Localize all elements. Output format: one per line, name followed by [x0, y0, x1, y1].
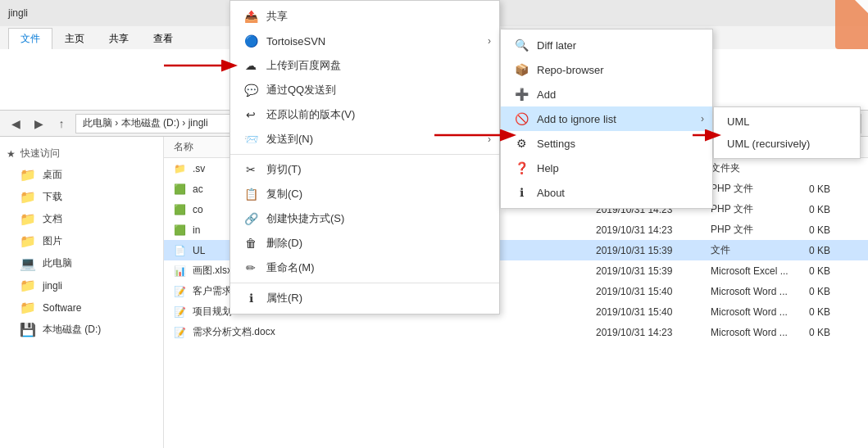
- sidebar-item-software[interactable]: 📁 Software: [0, 296, 163, 319]
- add-icon: ➕: [514, 87, 529, 102]
- menu-separator: [230, 154, 499, 155]
- menu-item-add-to-ignore[interactable]: 🚫 Add to ignore list ›: [501, 106, 712, 131]
- help-icon: ❓: [514, 161, 529, 175]
- folder-icon: 📁: [20, 300, 36, 315]
- menu-item-uml-recursively[interactable]: UML (recursively): [714, 133, 860, 155]
- menu-separator: [230, 283, 499, 283]
- file-name: 📝需求分析文档.docx: [174, 325, 596, 339]
- forward-button[interactable]: ▶: [30, 115, 48, 133]
- menu-item-settings[interactable]: ⚙ Settings: [501, 131, 712, 156]
- context-menu-main: 📤 共享 🔵 TortoiseSVN › ☁ 上传到百度网盘 💬 通过QQ发送到…: [229, 0, 500, 315]
- sidebar-item-jingli[interactable]: 📁 jingli: [0, 274, 163, 296]
- tab-file[interactable]: 文件: [8, 28, 52, 49]
- back-button[interactable]: ◀: [7, 115, 25, 133]
- shortcut-icon: 🔗: [243, 211, 258, 226]
- menu-item-repo-browser[interactable]: 📦 Repo-browser: [501, 57, 712, 82]
- menu-item-copy[interactable]: 📋 复制(C): [230, 182, 499, 206]
- table-row[interactable]: 📝需求分析文档.docx 2019/10/31 14:23 Microsoft …: [164, 322, 868, 342]
- copy-icon: 📋: [243, 187, 258, 201]
- sidebar-item-localdisk[interactable]: 💾 本地磁盘 (D:): [0, 319, 163, 341]
- about-icon: ℹ: [514, 185, 529, 200]
- menu-item-diff-later[interactable]: 🔍 Diff later: [501, 33, 712, 57]
- tab-view[interactable]: 查看: [141, 28, 185, 49]
- menu-item-rename[interactable]: ✏ 重命名(M): [230, 256, 499, 280]
- restore-icon: ↩: [243, 107, 258, 122]
- computer-icon: 💻: [20, 256, 36, 271]
- folder-icon: 📁: [20, 211, 36, 227]
- quick-access-section: ★ 快速访问 📁 桌面 📁 下载 📁 文档 📁 图片: [0, 143, 163, 341]
- title-text: jingli: [8, 7, 28, 19]
- menu-item-delete[interactable]: 🗑 删除(D): [230, 231, 499, 256]
- cut-icon: ✂: [243, 162, 258, 177]
- explorer-window: jingli 文件 主页 共享 查看 ◀ ▶ ↑ 此电脑 › 本地磁盘 (D:)…: [0, 0, 868, 448]
- baidu-icon: ☁: [243, 58, 258, 73]
- repo-icon: 📦: [514, 62, 529, 77]
- qq-icon: 💬: [243, 83, 258, 97]
- menu-item-share[interactable]: 📤 共享: [230, 4, 499, 29]
- sidebar-item-computer[interactable]: 💻 此电脑: [0, 252, 163, 274]
- sendto-icon: 📨: [243, 132, 258, 147]
- sidebar-item-pictures[interactable]: 📁 图片: [0, 230, 163, 252]
- menu-item-properties[interactable]: ℹ 属性(R): [230, 286, 499, 310]
- up-button[interactable]: ↑: [52, 115, 70, 133]
- folder-icon: 📁: [20, 189, 36, 205]
- submenu-arrow: ›: [488, 35, 491, 47]
- submenu-arrow: ›: [701, 113, 704, 124]
- diff-icon: 🔍: [514, 38, 529, 52]
- tortoisesvn-icon: 🔵: [243, 34, 258, 48]
- context-menu-ignore-list: UML UML (recursively): [713, 106, 861, 159]
- sidebar-item-downloads[interactable]: 📁 下载: [0, 186, 163, 208]
- decorative-corner: [835, 0, 868, 49]
- menu-item-add[interactable]: ➕ Add: [501, 82, 712, 106]
- drive-icon: 💾: [20, 322, 36, 337]
- delete-icon: 🗑: [243, 236, 258, 251]
- submenu-arrow: ›: [488, 133, 491, 145]
- menu-item-sendto[interactable]: 📨 发送到(N) ›: [230, 127, 499, 152]
- sidebar: ★ 快速访问 📁 桌面 📁 下载 📁 文档 📁 图片: [0, 137, 164, 448]
- menu-item-help[interactable]: ❓ Help: [501, 156, 712, 180]
- menu-item-qq[interactable]: 💬 通过QQ发送到: [230, 78, 499, 102]
- quick-access-header[interactable]: ★ 快速访问: [0, 143, 163, 164]
- share-icon: 📤: [243, 9, 258, 24]
- menu-item-about[interactable]: ℹ About: [501, 180, 712, 205]
- sidebar-item-documents[interactable]: 📁 文档: [0, 208, 163, 230]
- tab-share[interactable]: 共享: [97, 28, 141, 49]
- menu-item-cut[interactable]: ✂ 剪切(T): [230, 157, 499, 182]
- context-menu-tortoisesvn: 🔍 Diff later 📦 Repo-browser ➕ Add 🚫 Add …: [500, 29, 713, 209]
- menu-item-restore[interactable]: ↩ 还原以前的版本(V): [230, 102, 499, 127]
- sidebar-item-desktop[interactable]: 📁 桌面: [0, 164, 163, 186]
- folder-icon: 📁: [20, 278, 36, 293]
- menu-item-baidu[interactable]: ☁ 上传到百度网盘: [230, 53, 499, 78]
- rename-icon: ✏: [243, 260, 258, 275]
- folder-icon: 📁: [20, 167, 36, 183]
- folder-icon: 📁: [20, 233, 36, 249]
- menu-item-tortoisesvn[interactable]: 🔵 TortoiseSVN ›: [230, 29, 499, 53]
- settings-icon: ⚙: [514, 136, 529, 151]
- properties-icon: ℹ: [243, 291, 258, 305]
- menu-item-create-shortcut[interactable]: 🔗 创建快捷方式(S): [230, 206, 499, 231]
- tab-home[interactable]: 主页: [52, 28, 97, 49]
- ignore-icon: 🚫: [514, 111, 529, 126]
- menu-item-uml[interactable]: UML: [714, 111, 860, 133]
